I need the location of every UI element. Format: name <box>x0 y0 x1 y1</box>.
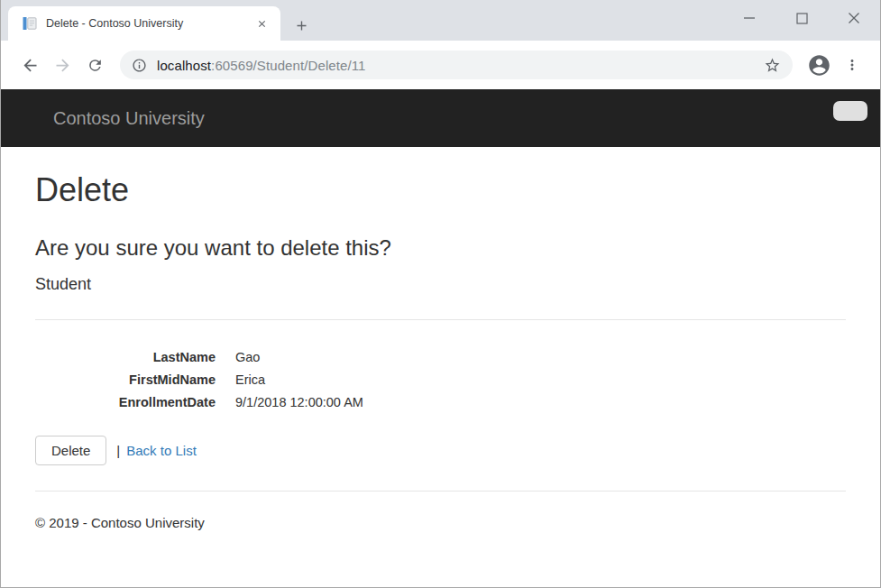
page-content: Delete Are you sure you want to delete t… <box>1 171 880 530</box>
tab-title: Delete - Contoso University <box>46 17 243 30</box>
field-value: Gao <box>235 346 260 369</box>
field-row-enrollmentdate: EnrollmentDate 9/1/2018 12:00:00 AM <box>35 391 846 414</box>
address-bar[interactable]: localhost:60569/Student/Delete/11 <box>120 51 793 79</box>
delete-button[interactable]: Delete <box>35 436 106 465</box>
separator: | <box>116 443 120 458</box>
url-text: localhost:60569/Student/Delete/11 <box>157 58 754 73</box>
browser-toolbar: localhost:60569/Student/Delete/11 <box>1 41 880 89</box>
footer-copyright: © 2019 - Contoso University <box>35 515 846 530</box>
page-title: Delete <box>35 171 846 209</box>
window-close-icon[interactable] <box>828 0 880 36</box>
field-value: 9/1/2018 12:00:00 AM <box>235 391 363 414</box>
field-label: FirstMidName <box>35 369 216 391</box>
field-value: Erica <box>235 369 265 391</box>
profile-avatar-icon[interactable] <box>807 53 831 78</box>
browser-tab[interactable]: Delete - Contoso University <box>8 6 280 41</box>
actions-row: Delete | Back to List <box>35 436 846 465</box>
navbar-toggle-button[interactable] <box>833 101 867 121</box>
field-row-lastname: LastName Gao <box>35 346 846 369</box>
site-info-icon[interactable] <box>132 58 147 73</box>
favicon-document-icon <box>23 16 37 31</box>
tab-strip: Delete - Contoso University <box>1 0 880 41</box>
field-label: EnrollmentDate <box>35 391 216 414</box>
entity-name: Student <box>35 275 846 294</box>
window-maximize-icon[interactable] <box>775 0 828 36</box>
tab-close-icon[interactable] <box>252 14 271 33</box>
forward-arrow-icon[interactable] <box>46 49 78 81</box>
site-navbar: Contoso University <box>1 89 880 147</box>
new-tab-button-plus-icon[interactable] <box>291 15 311 35</box>
window-minimize-icon[interactable] <box>723 0 775 36</box>
browser-window: Delete - Contoso University <box>0 0 881 588</box>
confirm-question: Are you sure you want to delete this? <box>35 235 846 261</box>
url-path: :60569/Student/Delete/11 <box>211 58 365 73</box>
back-to-list-link[interactable]: Back to List <box>126 443 197 458</box>
window-controls <box>723 0 880 36</box>
browser-menu-more-vert-icon[interactable] <box>839 51 866 78</box>
field-row-firstmidname: FirstMidName Erica <box>35 369 846 391</box>
reload-icon[interactable] <box>78 49 111 81</box>
back-arrow-icon[interactable] <box>14 49 46 81</box>
footer-divider <box>35 491 846 492</box>
field-label: LastName <box>35 346 216 369</box>
student-details-list: LastName Gao FirstMidName Erica Enrollme… <box>35 346 846 414</box>
navbar-brand-link[interactable]: Contoso University <box>53 108 205 129</box>
url-host: localhost <box>157 58 211 73</box>
bookmark-star-icon[interactable] <box>764 57 781 74</box>
divider <box>35 319 846 320</box>
